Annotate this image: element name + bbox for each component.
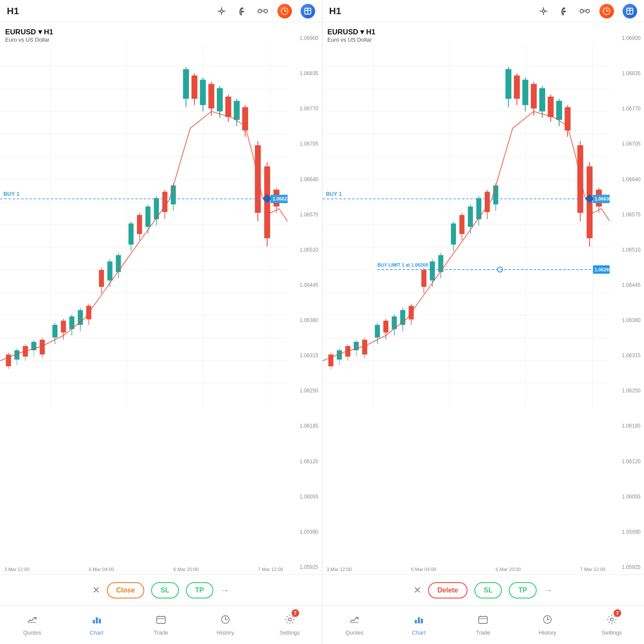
right-trade-icon <box>477 614 489 628</box>
right-indicator-icon[interactable] <box>579 5 591 17</box>
svg-rect-208 <box>415 620 417 623</box>
right-nav-chart[interactable]: Chart <box>386 606 451 644</box>
right-chart-area[interactable]: EURUSD ▾ H1 Euro vs US Dollar <box>322 22 644 574</box>
left-close-button[interactable]: Close <box>107 582 145 598</box>
left-chart-area[interactable]: EURUSD ▾ H1 Euro vs US Dollar <box>0 22 322 574</box>
right-time-4: 7 Mar 12:00 <box>580 567 605 572</box>
left-nav-quotes[interactable]: Quotes <box>0 606 64 644</box>
left-time-3: 6 Mar 20:00 <box>173 567 199 572</box>
left-chart-desc: Euro vs US Dollar <box>5 36 53 43</box>
svg-rect-165 <box>505 69 511 99</box>
clock-icon[interactable] <box>277 4 292 18</box>
right-chart-info: EURUSD ▾ H1 Euro vs US Dollar <box>328 27 376 43</box>
left-time-1: 3 Mar 12:00 <box>4 567 30 572</box>
svg-rect-57 <box>128 223 134 244</box>
history-icon-right <box>542 614 553 628</box>
right-tp-button[interactable]: TP <box>509 582 536 598</box>
svg-rect-198 <box>93 620 95 623</box>
right-clock-icon[interactable] <box>599 4 614 18</box>
main-container: H1 <box>0 0 644 605</box>
left-action-bar: ✕ Close SL TP → <box>0 574 322 605</box>
right-function-icon[interactable] <box>558 5 570 17</box>
left-chart-label: Chart <box>90 629 103 636</box>
bottom-navigation: Quotes Chart Trade <box>0 605 644 644</box>
settings-badge-right: 7 <box>614 609 621 617</box>
sync-icon[interactable] <box>301 4 315 18</box>
svg-text:1.06630: 1.06630 <box>595 196 610 201</box>
right-quotes-icon <box>349 614 360 628</box>
svg-rect-73 <box>200 80 206 105</box>
left-trade-label: Trade <box>154 629 168 636</box>
svg-rect-173 <box>539 88 545 111</box>
right-chart-icon <box>413 614 424 628</box>
left-toolbar: H1 <box>0 0 322 22</box>
svg-rect-143 <box>400 310 405 325</box>
left-nav-chart[interactable]: Chart <box>64 606 129 644</box>
right-nav-settings[interactable]: 7 Settings <box>580 606 644 644</box>
left-nav-history[interactable]: History <box>193 606 258 644</box>
svg-point-206 <box>288 618 291 621</box>
right-quotes-label: Quotes <box>345 629 363 636</box>
left-nav-half: Quotes Chart Trade <box>0 606 322 644</box>
svg-rect-155 <box>459 215 464 234</box>
function-icon[interactable] <box>236 5 248 17</box>
left-nav-settings[interactable]: 7 Settings <box>258 606 322 644</box>
svg-rect-167 <box>514 76 520 99</box>
svg-text:BUY LIMIT 1 at 1.06269: BUY LIMIT 1 at 1.06269 <box>377 262 428 267</box>
svg-text:BUY 1: BUY 1 <box>3 191 19 197</box>
left-time-4: 7 Mar 12:00 <box>258 567 283 572</box>
right-sync-icon[interactable] <box>623 4 637 18</box>
right-timeframe: H1 <box>329 6 341 17</box>
svg-rect-135 <box>362 340 367 354</box>
svg-rect-127 <box>328 355 333 367</box>
svg-rect-51 <box>99 270 104 287</box>
svg-point-100 <box>542 10 545 12</box>
svg-rect-77 <box>217 88 223 111</box>
svg-rect-210 <box>421 619 423 623</box>
left-tp-button[interactable]: TP <box>186 582 213 598</box>
svg-rect-171 <box>531 84 537 109</box>
svg-rect-75 <box>208 84 214 109</box>
right-nav-quotes[interactable]: Quotes <box>322 606 387 644</box>
svg-text:BUY 1: BUY 1 <box>325 191 341 197</box>
svg-rect-31 <box>6 355 11 367</box>
history-icon-left <box>220 614 231 628</box>
right-price-axis: 1.06900 1.06835 1.06770 1.06705 1.06640 … <box>610 22 644 574</box>
svg-rect-47 <box>78 310 83 325</box>
right-chart-label: Chart <box>412 629 425 636</box>
svg-point-4 <box>220 10 223 12</box>
right-history-label: History <box>539 629 556 636</box>
svg-rect-211 <box>479 617 487 623</box>
right-delete-button[interactable]: Delete <box>428 582 468 598</box>
left-toolbar-icons <box>216 4 315 18</box>
svg-rect-85 <box>255 145 261 213</box>
right-action-bar: ✕ Delete SL TP → <box>322 574 644 605</box>
crosshair-icon[interactable] <box>216 5 228 17</box>
right-toolbar-icons <box>538 4 637 18</box>
left-sl-button[interactable]: SL <box>151 582 179 598</box>
left-nav-trade[interactable]: Trade <box>129 606 193 644</box>
indicator-icon[interactable] <box>257 5 269 17</box>
svg-text:1.06623: 1.06623 <box>273 196 287 201</box>
right-sl-button[interactable]: SL <box>474 582 502 598</box>
right-close-x-button[interactable]: ✕ <box>413 585 421 596</box>
right-crosshair-icon[interactable] <box>538 5 550 17</box>
svg-rect-43 <box>61 321 66 333</box>
right-nav-trade[interactable]: Trade <box>451 606 515 644</box>
right-nav-half: Quotes Chart Trade <box>322 606 644 644</box>
svg-rect-147 <box>421 270 426 287</box>
right-action-arrow: → <box>544 585 553 596</box>
left-timeframe: H1 <box>7 6 19 17</box>
svg-rect-81 <box>234 101 240 120</box>
right-time-2: 6 Mar 04:00 <box>411 567 436 572</box>
svg-rect-169 <box>522 80 528 105</box>
svg-rect-61 <box>146 207 151 227</box>
svg-rect-149 <box>430 261 435 280</box>
trade-icon <box>155 614 167 628</box>
right-chart-symbol: EURUSD ▾ H1 <box>328 27 376 36</box>
right-nav-history[interactable]: History <box>515 606 580 644</box>
left-close-x-button[interactable]: ✕ <box>92 585 100 596</box>
svg-rect-67 <box>171 185 176 204</box>
svg-rect-200 <box>99 619 101 623</box>
left-price-axis: 1.06900 1.06835 1.06770 1.06705 1.06640 … <box>288 22 322 574</box>
